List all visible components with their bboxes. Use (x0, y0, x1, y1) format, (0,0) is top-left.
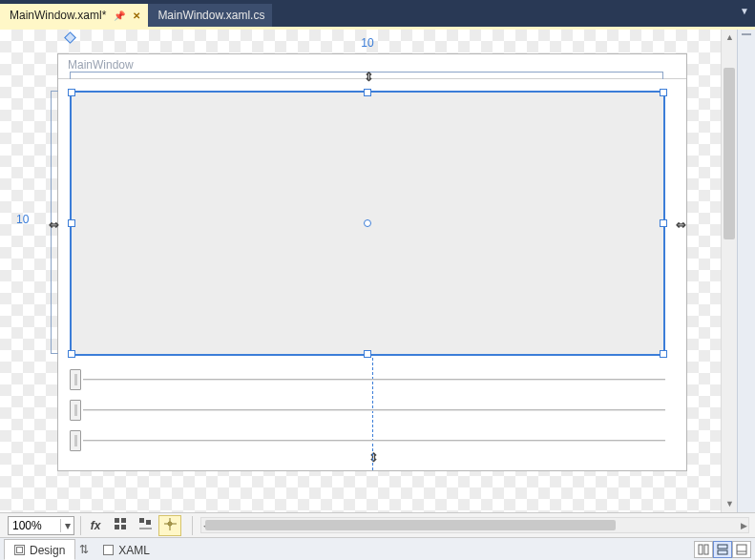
svg-rect-3 (121, 525, 126, 529)
margin-link-left-icon[interactable]: ⇔ (49, 218, 59, 232)
svg-rect-2 (115, 525, 119, 529)
svg-rect-4 (139, 518, 144, 523)
designer-pane-tabs: Design ⇅ XAML (0, 537, 755, 560)
scroll-right-icon[interactable]: ▶ (738, 520, 749, 531)
pane-split-vertical-button[interactable] (694, 541, 713, 558)
snap-lines-button[interactable] (134, 515, 157, 536)
svg-rect-0 (115, 518, 119, 523)
design-canvas[interactable]: MainWindow 10 10 ⇕ ⇔ (0, 30, 737, 512)
snaplines-icon (139, 518, 152, 533)
resize-handle[interactable] (660, 89, 667, 96)
slider-control[interactable] (70, 430, 665, 451)
slider-thumb[interactable] (70, 430, 81, 451)
snap-to-grid-button[interactable] (158, 515, 181, 536)
design-icon (14, 545, 25, 555)
chevron-down-icon[interactable]: ▾ (60, 519, 73, 532)
pane-collapse-button[interactable] (732, 541, 751, 558)
center-indicator-icon (364, 219, 371, 227)
window-title: MainWindow (68, 58, 134, 72)
svg-rect-10 (699, 545, 703, 554)
resize-handle[interactable] (68, 350, 75, 358)
tab-design[interactable]: Design (4, 539, 75, 560)
pin-icon[interactable]: 📌 (114, 10, 125, 21)
xaml-icon (103, 545, 114, 555)
margin-link-top-icon[interactable]: ⇕ (364, 70, 374, 84)
scroll-down-icon[interactable]: ▼ (724, 499, 735, 509)
tab-xaml-label: XAML (118, 544, 150, 557)
resize-handle[interactable] (68, 219, 75, 227)
divider (192, 516, 193, 535)
split-horizontal-icon (717, 544, 728, 555)
fx-icon: fx (91, 519, 101, 532)
designed-window[interactable]: MainWindow 10 10 ⇕ ⇔ (57, 53, 687, 471)
collapse-pane-icon (736, 544, 747, 555)
slider-track (83, 379, 665, 381)
svg-rect-12 (718, 545, 727, 549)
svg-rect-13 (718, 550, 727, 554)
pane-layout-buttons (694, 541, 751, 558)
margin-top-value: 10 (361, 36, 373, 50)
resize-handle[interactable] (660, 350, 667, 358)
panel-grip-icon (742, 33, 751, 35)
tab-design-label: Design (30, 544, 65, 557)
margin-link-bottom-icon[interactable]: ⇕ (368, 450, 379, 465)
document-tab-bar: MainWindow.xaml* 📌 ✕ MainWindow.xaml.cs … (0, 0, 755, 27)
split-vertical-icon (698, 544, 709, 555)
vertical-scrollbar[interactable]: ▲ ▼ (721, 30, 737, 512)
selected-element[interactable]: ⇕ ⇔ ⇔ (70, 91, 665, 356)
tab-label: MainWindow.xaml.cs (157, 9, 264, 22)
effects-button[interactable]: fx (84, 515, 107, 536)
swap-panes-icon[interactable]: ⇅ (75, 543, 93, 556)
slider-track (83, 440, 665, 442)
margin-link-right-icon[interactable]: ⇔ (676, 218, 686, 232)
crosshair-icon (164, 518, 177, 533)
close-icon[interactable]: ✕ (133, 10, 140, 21)
side-panel-collapsed[interactable] (737, 30, 755, 512)
grid-icon (115, 518, 127, 533)
designer-editor: MainWindow 10 10 ⇕ ⇔ (0, 27, 755, 512)
slider-track (83, 409, 665, 411)
tab-mainwindow-xaml[interactable]: MainWindow.xaml* 📌 ✕ (0, 4, 148, 27)
divider (80, 516, 81, 535)
zoom-combo[interactable]: 100% ▾ (8, 516, 74, 535)
pane-split-horizontal-button[interactable] (713, 541, 732, 558)
grid-snap-button[interactable] (109, 515, 132, 536)
resize-handle[interactable] (68, 89, 75, 96)
resize-handle[interactable] (364, 350, 371, 358)
horizontal-scrollbar[interactable]: ◀ ▶ (200, 517, 749, 533)
slider-thumb[interactable] (70, 400, 81, 421)
svg-rect-5 (146, 520, 151, 525)
svg-rect-11 (704, 545, 708, 554)
resize-handle[interactable] (364, 89, 371, 96)
tab-xaml[interactable]: XAML (93, 539, 160, 560)
svg-rect-1 (121, 518, 126, 523)
scroll-up-icon[interactable]: ▲ (724, 32, 735, 43)
window-body: 10 10 ⇕ ⇔ ⇔ ⇕ (58, 79, 686, 470)
spacer (183, 515, 189, 536)
slider-control[interactable] (70, 369, 665, 390)
scrollbar-thumb[interactable] (724, 68, 735, 239)
slider-control[interactable] (70, 400, 665, 421)
tab-overflow-icon[interactable]: ▼ (740, 6, 749, 16)
tab-label: MainWindow.xaml* (10, 9, 106, 22)
margin-left-value: 10 (16, 213, 29, 226)
slider-thumb[interactable] (70, 369, 81, 390)
tab-mainwindow-xaml-cs[interactable]: MainWindow.xaml.cs (148, 4, 272, 27)
resize-handle[interactable] (660, 219, 667, 227)
designer-toolbar: 100% ▾ fx ◀ ▶ (0, 512, 755, 537)
zoom-value: 100% (9, 519, 60, 532)
svg-rect-14 (737, 545, 746, 554)
scrollbar-thumb[interactable] (205, 520, 616, 530)
